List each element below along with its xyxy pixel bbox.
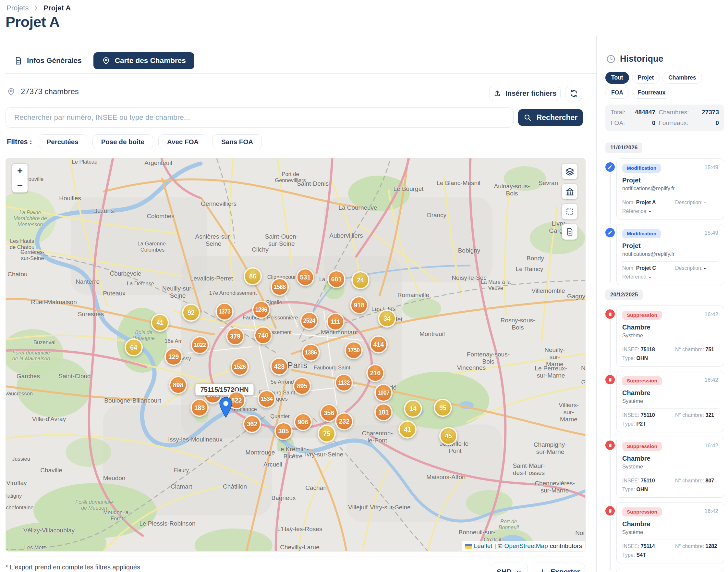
cluster-marker[interactable]: 898 bbox=[169, 376, 187, 394]
cluster-marker[interactable]: 232 bbox=[335, 412, 353, 430]
cluster-marker[interactable]: 895 bbox=[293, 377, 311, 395]
cluster-marker[interactable]: 379 bbox=[226, 327, 244, 345]
map-place-label: Aulnay-sous- Bois bbox=[494, 183, 530, 197]
tab-carte-des-chambres[interactable]: Carte des Chambres bbox=[93, 52, 194, 69]
cluster-marker[interactable]: 1286 bbox=[252, 301, 270, 319]
map-place-label: Romainville bbox=[397, 291, 429, 299]
cluster-marker[interactable]: 14 bbox=[404, 400, 422, 418]
export-format-select[interactable]: SHP bbox=[491, 563, 528, 572]
history-chip-fourreaux[interactable]: Fourreaux bbox=[632, 87, 671, 99]
document-icon bbox=[14, 57, 22, 65]
cluster-marker[interactable]: 1534 bbox=[258, 390, 276, 408]
field-label: Type: bbox=[622, 552, 635, 558]
layers-icon bbox=[565, 167, 574, 176]
field-label: N° chambre: bbox=[675, 412, 704, 418]
insert-files-button[interactable]: Insérer fichiers bbox=[489, 86, 561, 101]
map-place-label: La Défense bbox=[127, 281, 154, 287]
cluster-marker[interactable]: 1007 bbox=[375, 384, 393, 402]
edit-icon bbox=[605, 228, 615, 237]
cluster-marker[interactable]: 531 bbox=[296, 268, 314, 286]
cluster-marker[interactable]: 34 bbox=[378, 309, 396, 328]
cluster-marker[interactable]: 41 bbox=[151, 313, 169, 332]
event-time: 16:42 bbox=[704, 311, 718, 318]
history-day-events: Modification15:49Projetnotifications@rep… bbox=[605, 158, 724, 285]
cluster-marker[interactable]: 1750 bbox=[344, 341, 363, 359]
map-place-label: Ivry-sur-Seine bbox=[305, 451, 343, 458]
cluster-marker[interactable]: 92 bbox=[182, 303, 200, 322]
history-timeline: 11/01/2026Modification15:49Projetnotific… bbox=[605, 143, 724, 572]
cluster-marker[interactable]: 24 bbox=[351, 271, 370, 289]
export-button[interactable]: Exporter bbox=[534, 563, 585, 572]
cluster-marker[interactable]: 740 bbox=[254, 326, 272, 344]
field-label: Nom: bbox=[622, 265, 635, 271]
cluster-marker[interactable]: 305 bbox=[274, 422, 293, 440]
card-divider bbox=[622, 540, 718, 540]
cluster-marker[interactable]: 216 bbox=[366, 364, 385, 382]
tab-infos-generales[interactable]: Infos Générales bbox=[5, 52, 90, 69]
cluster-marker[interactable]: 423 bbox=[270, 357, 289, 376]
cluster-marker[interactable]: 1022 bbox=[191, 336, 209, 354]
cluster-marker[interactable]: 918 bbox=[350, 296, 368, 314]
cluster-marker[interactable]: 906 bbox=[294, 413, 312, 431]
cluster-marker[interactable]: 75 bbox=[318, 425, 336, 443]
cluster-marker[interactable]: 129 bbox=[164, 348, 183, 366]
cluster-marker[interactable]: 86 bbox=[244, 267, 262, 285]
leaflet-link[interactable]: Leaflet bbox=[474, 543, 492, 550]
history-chip-tout[interactable]: Tout bbox=[605, 72, 629, 84]
cluster-marker[interactable]: 183 bbox=[190, 399, 209, 417]
cluster-marker[interactable]: 111 bbox=[326, 312, 344, 331]
cluster-marker[interactable]: 45 bbox=[439, 427, 458, 445]
cluster-marker[interactable]: 64 bbox=[125, 338, 143, 356]
history-chip-projet[interactable]: Projet bbox=[632, 72, 660, 84]
osm-link[interactable]: OpenStreetMap bbox=[504, 543, 548, 550]
cluster-marker[interactable]: 1373 bbox=[216, 302, 234, 321]
map-place-label: Chaville bbox=[40, 467, 62, 474]
filter-chip-pose-de-bo-te[interactable]: Pose de boîte bbox=[92, 134, 153, 149]
layers-control-button[interactable] bbox=[562, 164, 577, 179]
cluster-marker[interactable]: 41 bbox=[398, 420, 417, 439]
cluster-marker[interactable]: 362 bbox=[243, 415, 261, 433]
cluster-marker[interactable]: 1132 bbox=[335, 374, 353, 392]
history-chip-chambres[interactable]: Chambres bbox=[662, 72, 702, 84]
search-button[interactable]: Rechercher bbox=[518, 109, 583, 126]
filter-chip-avec-foa[interactable]: Avec FOA bbox=[158, 134, 207, 149]
cluster-marker[interactable]: 95 bbox=[434, 399, 452, 417]
chamber-tooltip: 75115/1572OHN bbox=[195, 384, 254, 396]
cluster-marker[interactable]: 1588 bbox=[270, 278, 289, 296]
field-label: Nom: bbox=[622, 200, 635, 205]
filter-chip-percut-es[interactable]: Percutées bbox=[38, 134, 87, 149]
landmarks-control-button[interactable] bbox=[562, 184, 577, 199]
report-control-button[interactable] bbox=[562, 224, 577, 239]
history-timeline-item: Suppression16:42ChambreSystème bbox=[617, 568, 724, 572]
selected-chamber-pin[interactable] bbox=[219, 397, 232, 418]
chamber-map[interactable]: ArgenteuilLe PlateauPort de Gennevillier… bbox=[5, 158, 585, 552]
map-place-label: Chatou bbox=[7, 271, 27, 278]
event-author: Système bbox=[622, 333, 718, 339]
breadcrumb-projects-link[interactable]: Projets bbox=[6, 4, 28, 12]
zoom-in-button[interactable]: + bbox=[12, 164, 27, 178]
event-time: 16:42 bbox=[704, 442, 718, 449]
refresh-button[interactable] bbox=[565, 86, 582, 101]
history-chip-foa[interactable]: FOA bbox=[605, 87, 629, 99]
map-place-label: Nanterre bbox=[76, 278, 100, 285]
field-value: 75118 bbox=[641, 347, 655, 352]
zoom-out-button[interactable]: − bbox=[12, 178, 27, 193]
map-place-label: Boulogne-Billancourt bbox=[104, 397, 161, 404]
field-label: Référence: bbox=[622, 274, 648, 280]
cluster-marker[interactable]: 2524 bbox=[300, 312, 318, 330]
map-place-label: Cachan bbox=[305, 484, 327, 492]
history-field: Description: - bbox=[675, 265, 718, 271]
cluster-marker[interactable]: 1526 bbox=[231, 358, 249, 376]
map-place-label: L'Haÿ-les-Roses bbox=[277, 525, 322, 533]
map-place-label: 17e Arrondissement bbox=[209, 290, 257, 296]
search-input[interactable] bbox=[5, 108, 513, 128]
cluster-marker[interactable]: 601 bbox=[327, 270, 345, 288]
cluster-marker[interactable]: 181 bbox=[375, 403, 393, 421]
field-value: OHN bbox=[637, 487, 648, 492]
cluster-marker[interactable]: 1386 bbox=[302, 344, 320, 362]
stat-value: 0 bbox=[692, 120, 719, 127]
filter-chip-sans-foa[interactable]: Sans FOA bbox=[213, 134, 262, 149]
history-field: Nom: Projet C bbox=[622, 265, 673, 271]
cluster-marker[interactable]: 414 bbox=[370, 335, 388, 354]
select-area-control-button[interactable] bbox=[562, 204, 577, 219]
